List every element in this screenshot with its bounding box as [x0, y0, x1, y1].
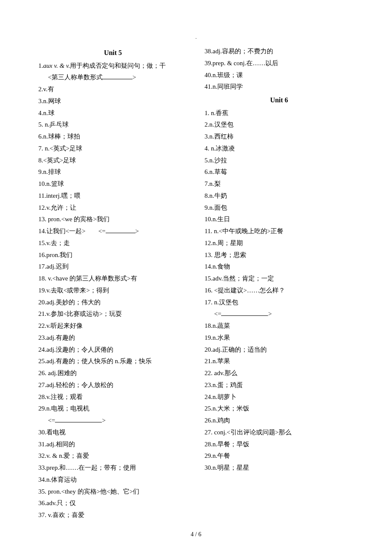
list-item: 15.adv.当然；肯定；一定: [205, 273, 354, 285]
item-text: 28.v.注视；观看: [38, 393, 83, 400]
two-column-content: Unit 5 1.aux v. & v.用于构成否定句和疑问句；做；干 <第三人…: [38, 46, 354, 529]
list-item: 19.n.水果: [205, 332, 354, 344]
item-text: 11.interj.嘿；喂: [38, 192, 81, 199]
item-text: 14.让我们<一起> <=>: [38, 228, 139, 234]
list-item: <=>: [38, 415, 187, 427]
list-item: 9.n.面包: [205, 202, 354, 214]
item-text: 18.n.蔬菜: [205, 322, 230, 329]
item-text: 31.adj.相同的: [38, 441, 75, 448]
item-text: 27. conj.<引出评论或问题>那么: [205, 429, 291, 436]
item-text: 1. n.香蕉: [205, 110, 228, 116]
item-text: 27.adj.轻松的；令人放松的: [38, 382, 113, 388]
item-text: 9.n.面包: [205, 204, 227, 211]
list-item: 34.n.体育运动: [38, 474, 187, 486]
list-item: 31.adj.相同的: [38, 439, 187, 451]
item-text: 5.n.沙拉: [205, 157, 227, 164]
item-text: 29.n.电视；电视机: [38, 405, 89, 412]
list-item: 20.adj.美妙的；伟大的: [38, 297, 187, 309]
list-item: 8.n.牛奶: [205, 190, 354, 202]
list-item: 3.n.网球: [38, 95, 187, 107]
item-text: 30.看电视: [38, 429, 66, 436]
list-item: 1.aux v. & v.用于构成否定句和疑问句；做；干: [38, 60, 187, 72]
item-text: 23.n.蛋；鸡蛋: [205, 382, 243, 388]
list-item: 8.<英式>足球: [38, 155, 187, 167]
item-text: 18. v.<have 的第三人称单数形式>有: [38, 275, 137, 282]
list-item: <第三人称单数形式>: [38, 72, 187, 84]
item-text: 4. n.冰激凌: [205, 145, 235, 152]
item-text: 15.v.去；走: [38, 240, 70, 246]
list-item: 4.n.球: [38, 107, 187, 119]
item-text: 2.v.有: [38, 86, 54, 92]
item-text: 25.adj.有趣的；使人快乐的 n.乐趣；快乐: [38, 358, 152, 364]
list-item: 23.n.蛋；鸡蛋: [205, 379, 354, 391]
item-text: 34.n.体育运动: [38, 476, 77, 483]
page-header-dot: .: [38, 32, 354, 42]
item-text: 10.n.篮球: [38, 180, 64, 187]
list-item: 2.v.有: [38, 84, 187, 95]
item-text: 16. <提出建议>……怎么样？: [205, 287, 285, 294]
item-text: 25.n.大米；米饭: [205, 405, 249, 412]
list-item: 28.v.注视；观看: [38, 391, 187, 403]
item-text: 36.adv.只；仅: [38, 500, 76, 506]
item-text: 5. n.乒乓球: [38, 121, 69, 128]
item-text: 16.pron.我们: [38, 251, 72, 258]
list-item: 9.n.排球: [38, 166, 187, 178]
item-text: 24.adj.没趣的；令人厌倦的: [38, 346, 113, 353]
list-item: 1. n.香蕉: [205, 107, 354, 119]
item-text: 17. n.汉堡包: [205, 299, 238, 306]
item-text: 12.n.周；星期: [205, 240, 243, 246]
item-text: 1.aux v. & v.用于构成否定句和疑问句；做；干: [38, 62, 166, 69]
item-text: 41.n.同班同学: [205, 83, 243, 90]
list-item: 24.adj.没趣的；令人厌倦的: [38, 344, 187, 356]
list-item: 11.interj.嘿；喂: [38, 190, 187, 202]
item-text: 21.v.参加<比赛或运动>；玩耍: [38, 310, 122, 317]
list-item: 2.n.汉堡包: [205, 119, 354, 131]
item-text: 3.n.网球: [38, 98, 61, 104]
list-item: 27.adj.轻松的；令人放松的: [38, 379, 187, 391]
list-item: 40.n.班级；课: [205, 69, 354, 81]
item-text: 26.n.鸡肉: [205, 417, 230, 424]
item-text: 13. 思考；思索: [205, 251, 246, 258]
list-item: 7. n.<英式>足球: [38, 143, 187, 155]
list-item: 29.n.电视；电视机: [38, 403, 187, 415]
item-text: 14.n.食物: [205, 263, 230, 270]
item-text: 37. v.喜欢；喜爱: [38, 512, 84, 518]
item-text: 28.n.早餐；早饭: [205, 441, 249, 448]
list-item: 35. pron.<they 的宾格>他<她、它>们: [38, 486, 187, 498]
item-text: 8.n.牛奶: [205, 192, 227, 199]
unit6-title: Unit 6: [205, 94, 354, 107]
list-item: 4. n.冰激凌: [205, 143, 354, 155]
item-text: 12.v.允许；让: [38, 204, 76, 211]
item-text: 24.n.胡萝卜: [205, 393, 236, 400]
list-item: 36.adv.只；仅: [38, 497, 187, 509]
list-item: 5.n.沙拉: [205, 155, 354, 167]
list-item: 10.n.篮球: [38, 178, 187, 190]
list-item: 13. 思考；思索: [205, 249, 354, 261]
item-text: 26. adj.困难的: [38, 370, 77, 376]
item-text: 21.n.苹果: [205, 358, 230, 364]
list-item: 29.n.午餐: [205, 450, 354, 462]
list-item: 18.n.蔬菜: [205, 320, 354, 332]
list-item: 38.adj.容易的；不费力的: [205, 46, 354, 58]
list-item: 26.n.鸡肉: [205, 415, 354, 427]
list-item: 24.n.胡萝卜: [205, 391, 354, 403]
item-text: 7. n.<英式>足球: [38, 145, 82, 152]
list-item: 28.n.早餐；早饭: [205, 439, 354, 451]
item-text: 33.prep.和……在一起；带有；使用: [38, 464, 136, 471]
list-item: 32.v. & n.爱；喜爱: [38, 450, 187, 462]
list-item: 26. adj.困难的: [38, 367, 187, 379]
list-item: 30.n.明星；星星: [205, 462, 354, 474]
item-text: 35. pron.<they 的宾格>他<她、它>们: [38, 488, 139, 495]
item-text: 6.n.草莓: [205, 168, 227, 175]
list-item: 14.n.食物: [205, 261, 354, 273]
list-item: 22. adv.那么: [205, 367, 354, 379]
list-item: 10.n.生日: [205, 214, 354, 225]
item-text: 7.n.梨: [205, 180, 221, 187]
item-text: 19.n.水果: [205, 334, 230, 341]
list-item: 6.n.球棒；球拍: [38, 131, 187, 143]
item-text: 38.adj.容易的；不费力的: [205, 48, 273, 55]
item-text: 2.n.汉堡包: [205, 121, 233, 128]
list-item: 15.v.去；走: [38, 237, 187, 249]
item-text: 32.v. & n.爱；喜爱: [38, 452, 89, 459]
item-text: 23.adj.有趣的: [38, 334, 75, 341]
